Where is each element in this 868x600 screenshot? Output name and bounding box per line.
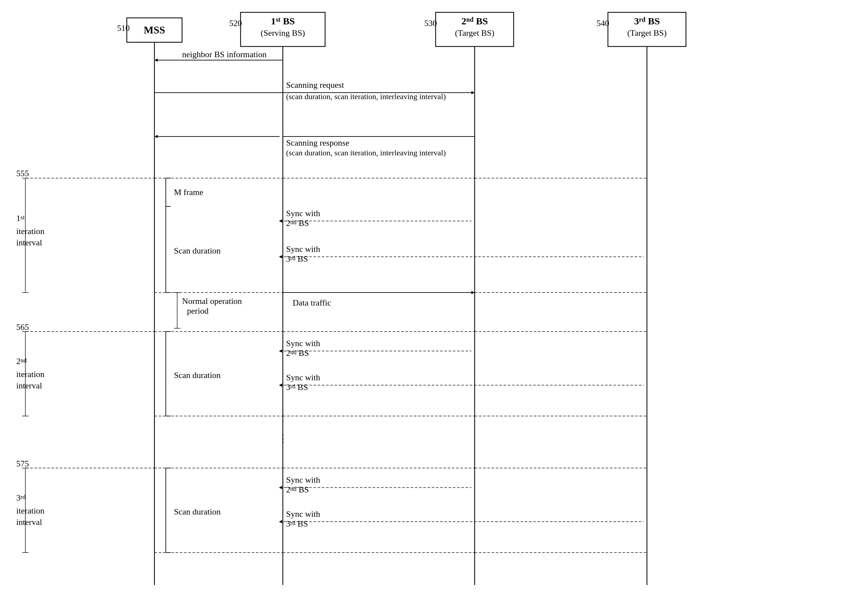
svg-text:3rd BS: 3rd BS [286,254,308,264]
svg-text:530: 530 [424,18,437,28]
svg-marker-49 [279,255,282,258]
svg-text:(scan duration, scan iteration: (scan duration, scan iteration, interlea… [286,148,446,157]
svg-text:Scan duration: Scan duration [174,371,221,380]
svg-text:⋮: ⋮ [278,433,288,444]
svg-text:Sync with: Sync with [286,373,320,382]
svg-text:Normal operation: Normal operation [182,296,242,306]
svg-text:520: 520 [229,18,242,28]
svg-text:2nd: 2nd [16,356,27,366]
svg-text:period: period [187,306,208,315]
svg-marker-23 [471,91,475,94]
svg-rect-5 [436,12,514,47]
svg-text:MSS: MSS [144,24,165,36]
diagram-svg: MSS 1st BS (Serving BS) 2nd BS (Target B… [0,0,868,600]
svg-text:(Serving BS): (Serving BS) [261,28,305,38]
svg-text:(Target BS): (Target BS) [455,28,494,38]
svg-text:1st: 1st [16,214,25,223]
svg-marker-27 [155,135,158,138]
svg-text:Sync with: Sync with [286,339,320,348]
svg-text:Scan duration: Scan duration [174,246,221,256]
svg-marker-79 [279,349,282,353]
svg-text:iteration: iteration [16,506,44,515]
svg-text:3rd: 3rd [16,493,26,503]
svg-text:Data traffic: Data traffic [292,298,331,308]
sequence-diagram: MSS 1st BS (Serving BS) 2nd BS (Target B… [0,0,868,600]
svg-text:2nd BS: 2nd BS [286,348,309,358]
svg-text:2nd BS: 2nd BS [286,485,309,494]
svg-text:iteration: iteration [16,370,44,379]
svg-text:Sync with: Sync with [286,509,320,519]
svg-text:(Target BS): (Target BS) [627,28,667,38]
svg-text:Sync with: Sync with [286,475,320,485]
svg-marker-83 [279,383,282,387]
svg-text:2nd BS: 2nd BS [286,218,309,228]
svg-text:565: 565 [16,323,29,332]
svg-text:3rd BS: 3rd BS [286,519,308,529]
svg-text:Sync with: Sync with [286,244,320,254]
svg-text:575: 575 [16,459,29,468]
svg-text:iteration: iteration [16,227,44,236]
svg-text:interval: interval [16,381,42,390]
svg-rect-2 [241,12,325,47]
svg-text:1st BS: 1st BS [271,15,295,26]
svg-marker-45 [279,220,282,223]
svg-rect-8 [608,12,686,47]
svg-text:3rd BS: 3rd BS [286,383,308,392]
svg-text:(scan duration, scan iteration: (scan duration, scan iteration, interlea… [286,92,446,101]
svg-marker-62 [471,291,475,294]
svg-text:M frame: M frame [174,188,203,197]
svg-text:Scan duration: Scan duration [174,507,221,517]
svg-text:Sync with: Sync with [286,209,320,218]
svg-text:neighbor BS information: neighbor BS information [182,50,267,59]
svg-text:interval: interval [16,517,42,527]
svg-marker-106 [279,486,282,489]
svg-text:interval: interval [16,238,42,247]
svg-text:Scanning response: Scanning response [286,138,349,148]
svg-marker-20 [155,59,158,62]
svg-marker-110 [279,520,282,523]
svg-text:2nd BS: 2nd BS [461,15,488,26]
svg-text:3rd BS: 3rd BS [634,15,660,26]
svg-text:510: 510 [117,23,130,33]
svg-rect-0 [127,18,182,42]
svg-text:Scanning request: Scanning request [286,80,344,90]
svg-text:540: 540 [597,18,609,28]
svg-text:555: 555 [16,169,29,178]
